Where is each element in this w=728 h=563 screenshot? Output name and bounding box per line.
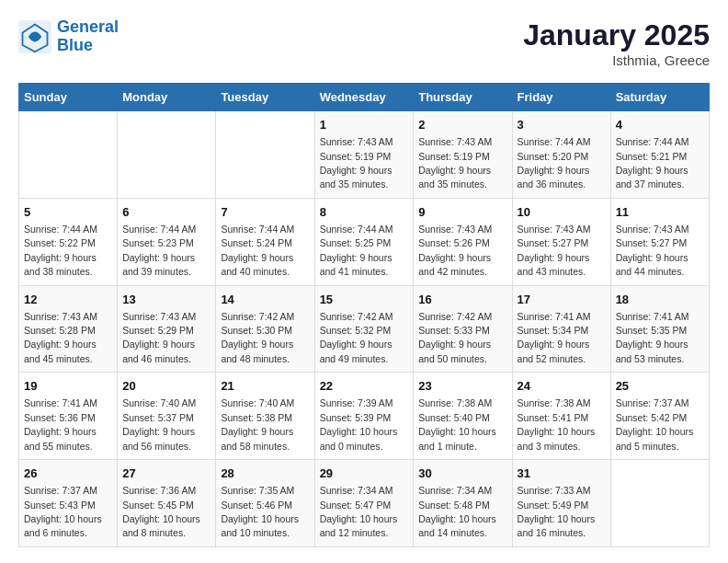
day-info: Sunrise: 7:42 AM Sunset: 5:33 PM Dayligh… [418, 311, 492, 364]
day-number: 25 [616, 378, 704, 395]
calendar-cell: 22Sunrise: 7:39 AM Sunset: 5:39 PM Dayli… [314, 373, 414, 460]
day-number: 4 [616, 117, 704, 133]
day-number: 20 [122, 378, 210, 395]
week-row-3: 12Sunrise: 7:43 AM Sunset: 5:28 PM Dayli… [19, 285, 710, 373]
day-number: 28 [221, 465, 309, 482]
day-info: Sunrise: 7:36 AM Sunset: 5:45 PM Dayligh… [122, 485, 200, 538]
day-number: 16 [418, 292, 506, 308]
day-info: Sunrise: 7:40 AM Sunset: 5:38 PM Dayligh… [221, 397, 294, 451]
calendar-cell: 29Sunrise: 7:34 AM Sunset: 5:47 PM Dayli… [314, 460, 414, 547]
day-info: Sunrise: 7:44 AM Sunset: 5:24 PM Dayligh… [221, 224, 294, 277]
calendar-cell: 2Sunrise: 7:43 AM Sunset: 5:19 PM Daylig… [414, 111, 512, 199]
day-info: Sunrise: 7:41 AM Sunset: 5:36 PM Dayligh… [24, 397, 97, 451]
week-row-4: 19Sunrise: 7:41 AM Sunset: 5:36 PM Dayli… [19, 373, 710, 460]
day-info: Sunrise: 7:39 AM Sunset: 5:39 PM Dayligh… [320, 397, 398, 451]
day-info: Sunrise: 7:42 AM Sunset: 5:32 PM Dayligh… [320, 311, 393, 364]
day-info: Sunrise: 7:43 AM Sunset: 5:27 PM Dayligh… [518, 224, 591, 277]
day-info: Sunrise: 7:38 AM Sunset: 5:41 PM Dayligh… [518, 397, 596, 451]
day-number: 15 [320, 292, 409, 308]
calendar-cell: 6Sunrise: 7:44 AM Sunset: 5:23 PM Daylig… [118, 198, 216, 285]
logo-line2: Blue [57, 36, 93, 54]
day-header-sunday: Sunday [19, 84, 118, 111]
day-number: 13 [122, 292, 210, 308]
calendar-cell: 12Sunrise: 7:43 AM Sunset: 5:28 PM Dayli… [19, 285, 118, 373]
day-header-friday: Friday [512, 84, 610, 111]
day-header-thursday: Thursday [414, 84, 512, 111]
calendar-cell: 24Sunrise: 7:38 AM Sunset: 5:41 PM Dayli… [512, 373, 610, 460]
day-header-monday: Monday [118, 84, 216, 111]
day-info: Sunrise: 7:34 AM Sunset: 5:47 PM Dayligh… [320, 485, 398, 538]
calendar-cell: 17Sunrise: 7:41 AM Sunset: 5:34 PM Dayli… [512, 285, 610, 373]
day-number: 8 [320, 204, 409, 221]
calendar-cell: 26Sunrise: 7:37 AM Sunset: 5:43 PM Dayli… [19, 460, 118, 547]
day-info: Sunrise: 7:43 AM Sunset: 5:28 PM Dayligh… [24, 311, 97, 364]
calendar-cell: 15Sunrise: 7:42 AM Sunset: 5:32 PM Dayli… [314, 285, 414, 373]
day-info: Sunrise: 7:43 AM Sunset: 5:19 PM Dayligh… [418, 136, 492, 190]
day-info: Sunrise: 7:43 AM Sunset: 5:29 PM Dayligh… [122, 311, 196, 364]
calendar-cell: 21Sunrise: 7:40 AM Sunset: 5:38 PM Dayli… [216, 373, 314, 460]
day-number: 30 [418, 465, 506, 482]
day-number: 17 [518, 292, 606, 308]
day-header-tuesday: Tuesday [216, 84, 314, 111]
logo-line1: General [57, 17, 119, 36]
calendar-cell: 3Sunrise: 7:44 AM Sunset: 5:20 PM Daylig… [512, 111, 610, 199]
day-info: Sunrise: 7:44 AM Sunset: 5:23 PM Dayligh… [122, 224, 196, 277]
calendar-cell: 18Sunrise: 7:41 AM Sunset: 5:35 PM Dayli… [610, 285, 709, 373]
calendar-cell: 25Sunrise: 7:37 AM Sunset: 5:42 PM Dayli… [610, 373, 709, 460]
day-number: 23 [418, 378, 506, 395]
day-number: 19 [24, 378, 112, 395]
week-row-2: 5Sunrise: 7:44 AM Sunset: 5:22 PM Daylig… [19, 198, 710, 285]
day-info: Sunrise: 7:35 AM Sunset: 5:46 PM Dayligh… [221, 485, 299, 538]
calendar-cell: 9Sunrise: 7:43 AM Sunset: 5:26 PM Daylig… [414, 198, 512, 285]
calendar-cell [118, 111, 216, 199]
logo: General Blue [18, 18, 119, 55]
day-info: Sunrise: 7:33 AM Sunset: 5:49 PM Dayligh… [518, 485, 596, 538]
day-info: Sunrise: 7:41 AM Sunset: 5:35 PM Dayligh… [616, 311, 689, 364]
day-info: Sunrise: 7:37 AM Sunset: 5:43 PM Dayligh… [24, 485, 102, 538]
week-row-5: 26Sunrise: 7:37 AM Sunset: 5:43 PM Dayli… [19, 460, 710, 547]
day-number: 12 [24, 292, 112, 308]
week-row-1: 1Sunrise: 7:43 AM Sunset: 5:19 PM Daylig… [19, 111, 710, 199]
calendar-table: SundayMondayTuesdayWednesdayThursdayFrid… [18, 83, 710, 547]
calendar-cell: 10Sunrise: 7:43 AM Sunset: 5:27 PM Dayli… [512, 198, 610, 285]
day-number: 29 [320, 465, 409, 482]
day-number: 5 [24, 204, 112, 221]
day-info: Sunrise: 7:44 AM Sunset: 5:21 PM Dayligh… [616, 136, 689, 190]
calendar-cell: 5Sunrise: 7:44 AM Sunset: 5:22 PM Daylig… [19, 198, 118, 285]
day-number: 21 [221, 378, 309, 395]
location: Isthmia, Greece [523, 52, 710, 68]
calendar-cell: 30Sunrise: 7:34 AM Sunset: 5:48 PM Dayli… [414, 460, 512, 547]
logo-icon [18, 20, 51, 53]
page-header: General Blue January 2025 Isthmia, Greec… [18, 18, 710, 68]
calendar-cell [19, 111, 118, 199]
day-info: Sunrise: 7:43 AM Sunset: 5:19 PM Dayligh… [320, 136, 393, 190]
calendar-cell: 20Sunrise: 7:40 AM Sunset: 5:37 PM Dayli… [118, 373, 216, 460]
day-number: 1 [320, 117, 409, 133]
calendar-cell: 4Sunrise: 7:44 AM Sunset: 5:21 PM Daylig… [610, 111, 709, 199]
day-header-wednesday: Wednesday [314, 84, 414, 111]
day-number: 24 [518, 378, 606, 395]
day-number: 27 [122, 465, 210, 482]
day-info: Sunrise: 7:44 AM Sunset: 5:22 PM Dayligh… [24, 224, 97, 277]
day-number: 18 [616, 292, 704, 308]
day-info: Sunrise: 7:43 AM Sunset: 5:27 PM Dayligh… [616, 224, 689, 277]
calendar-cell: 28Sunrise: 7:35 AM Sunset: 5:46 PM Dayli… [216, 460, 314, 547]
calendar-cell: 16Sunrise: 7:42 AM Sunset: 5:33 PM Dayli… [414, 285, 512, 373]
calendar-cell: 1Sunrise: 7:43 AM Sunset: 5:19 PM Daylig… [314, 111, 414, 199]
day-number: 11 [616, 204, 704, 221]
day-info: Sunrise: 7:40 AM Sunset: 5:37 PM Dayligh… [122, 397, 196, 451]
day-number: 26 [24, 465, 112, 482]
day-info: Sunrise: 7:43 AM Sunset: 5:26 PM Dayligh… [418, 224, 492, 277]
day-number: 6 [122, 204, 210, 221]
day-info: Sunrise: 7:41 AM Sunset: 5:34 PM Dayligh… [518, 311, 591, 364]
days-header-row: SundayMondayTuesdayWednesdayThursdayFrid… [19, 84, 710, 111]
calendar-cell: 13Sunrise: 7:43 AM Sunset: 5:29 PM Dayli… [118, 285, 216, 373]
day-info: Sunrise: 7:37 AM Sunset: 5:42 PM Dayligh… [616, 397, 694, 451]
month-title: January 2025 [523, 18, 710, 52]
calendar-cell: 8Sunrise: 7:44 AM Sunset: 5:25 PM Daylig… [314, 198, 414, 285]
day-number: 14 [221, 292, 309, 308]
day-info: Sunrise: 7:34 AM Sunset: 5:48 PM Dayligh… [418, 485, 496, 538]
calendar-cell: 11Sunrise: 7:43 AM Sunset: 5:27 PM Dayli… [610, 198, 709, 285]
day-number: 10 [518, 204, 606, 221]
logo-text: General Blue [57, 18, 119, 55]
